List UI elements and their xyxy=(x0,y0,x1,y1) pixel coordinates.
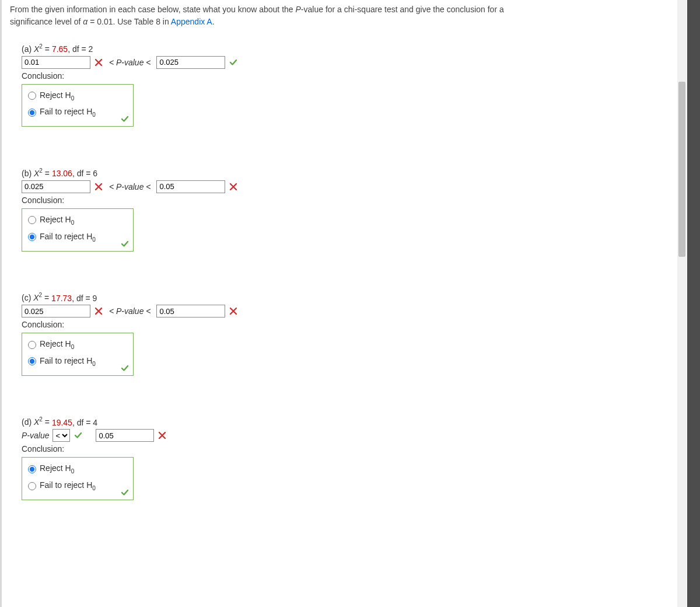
fail-reject-option[interactable]: Fail to reject H0 xyxy=(28,356,127,367)
fail-reject-option[interactable]: Fail to reject H0 xyxy=(28,107,127,118)
check-icon xyxy=(229,58,238,67)
part-a-pvalue-row: < P-value < xyxy=(22,56,664,69)
part-a-conclusion-box: Reject H0 Fail to reject H0 xyxy=(22,84,134,127)
intro-P: P xyxy=(296,5,301,14)
reject-option[interactable]: Reject H0 xyxy=(28,463,127,475)
part-d-title: (d) X2 = 19.45, df = 4 xyxy=(22,417,664,427)
conclusion-label: Conclusion: xyxy=(22,196,664,205)
fail-reject-label: Fail to reject H0 xyxy=(40,107,96,118)
df-text: , df = 9 xyxy=(72,293,97,302)
conclusion-label: Conclusion: xyxy=(22,320,664,329)
check-icon xyxy=(120,114,130,124)
reject-radio[interactable] xyxy=(28,341,36,349)
part-c-conclusion-box: Reject H0 Fail to reject H0 xyxy=(22,333,134,376)
reject-option[interactable]: Reject H0 xyxy=(28,90,127,102)
reject-option[interactable]: Reject H0 xyxy=(28,215,127,226)
scrollbar-track[interactable] xyxy=(677,0,687,607)
reject-label: Reject H0 xyxy=(40,215,74,226)
fail-reject-radio[interactable] xyxy=(28,357,36,365)
part-c-title: (c) X2 = 17.73, df = 9 xyxy=(22,292,664,303)
fail-reject-label: Fail to reject H0 xyxy=(40,356,96,367)
fail-reject-radio[interactable] xyxy=(28,233,36,241)
pvalue-prefix-text: P-value xyxy=(22,431,49,440)
part-d: (d) X2 = 19.45, df = 4 P-value < Conclus… xyxy=(22,417,664,500)
reject-label: Reject H0 xyxy=(40,463,74,475)
question-intro: From the given information in each case … xyxy=(10,4,664,28)
fail-reject-label: Fail to reject H0 xyxy=(40,480,96,491)
part-label: (d) X2 = xyxy=(22,417,52,427)
conclusion-label: Conclusion: xyxy=(22,71,664,81)
pvalue-value-input[interactable] xyxy=(96,429,154,442)
fail-reject-option[interactable]: Fail to reject H0 xyxy=(28,232,127,243)
part-label: (b) X2 = xyxy=(22,169,52,178)
pvalue-high-input[interactable] xyxy=(156,180,225,193)
reject-radio[interactable] xyxy=(28,465,36,473)
check-icon xyxy=(120,488,130,497)
x-icon xyxy=(229,182,238,191)
reject-label: Reject H0 xyxy=(40,339,74,350)
chi-stat: 13.06 xyxy=(52,169,72,178)
fail-reject-label: Fail to reject H0 xyxy=(40,232,96,243)
check-icon xyxy=(120,364,130,373)
pvalue-low-input[interactable] xyxy=(22,305,90,318)
part-c: (c) X2 = 17.73, df = 9 < P-value < Concl… xyxy=(22,292,664,376)
pvalue-high-input[interactable] xyxy=(156,305,225,318)
x-icon xyxy=(94,58,103,67)
scrollbar-thumb[interactable] xyxy=(678,82,685,257)
pvalue-low-input[interactable] xyxy=(22,56,90,69)
part-b: (b) X2 = 13.06, df = 6 < P-value < Concl… xyxy=(22,168,664,251)
part-c-pvalue-row: < P-value < xyxy=(22,305,664,318)
intro-text: From the given information in each case … xyxy=(10,5,296,14)
reject-label: Reject H0 xyxy=(40,90,74,102)
part-d-conclusion-box: Reject H0 Fail to reject H0 xyxy=(22,457,134,500)
intro-text: . xyxy=(212,17,215,26)
df-text: , df = 6 xyxy=(72,169,97,178)
part-d-pvalue-row: P-value < xyxy=(22,429,664,442)
x-icon xyxy=(229,306,238,316)
pvalue-relation-select[interactable]: < xyxy=(52,429,70,442)
conclusion-label: Conclusion: xyxy=(22,444,664,453)
page-right-edge xyxy=(687,0,700,607)
fail-reject-radio[interactable] xyxy=(28,482,36,490)
pvalue-high-input[interactable] xyxy=(156,56,225,69)
chi-stat: 19.45 xyxy=(52,417,72,427)
x-icon xyxy=(94,182,103,191)
check-icon xyxy=(74,431,83,440)
intro-text: significance level of xyxy=(10,17,83,26)
chi-stat: 17.73 xyxy=(51,293,72,302)
reject-radio[interactable] xyxy=(28,92,36,100)
pvalue-middle-text: < P-value < xyxy=(107,306,153,316)
pvalue-middle-text: < P-value < xyxy=(107,182,153,191)
intro-text: = 0.01. Use Table 8 in xyxy=(88,17,171,26)
x-icon xyxy=(158,431,167,440)
x-icon xyxy=(94,306,103,316)
appendix-link[interactable]: Appendix A xyxy=(171,17,212,26)
reject-radio[interactable] xyxy=(28,216,36,224)
part-a: (a) X2 = 7.65, df = 2 < P-value < Conclu… xyxy=(22,43,664,127)
df-text: , df = 2 xyxy=(68,44,93,54)
question-content: From the given information in each case … xyxy=(0,0,676,607)
intro-text: -value for a chi-square test and give th… xyxy=(301,5,504,14)
part-b-pvalue-row: < P-value < xyxy=(22,180,664,193)
pvalue-low-input[interactable] xyxy=(22,180,90,193)
part-a-title: (a) X2 = 7.65, df = 2 xyxy=(22,43,664,54)
reject-option[interactable]: Reject H0 xyxy=(28,339,127,350)
pvalue-middle-text: < P-value < xyxy=(107,58,153,67)
chi-stat: 7.65 xyxy=(52,44,68,54)
part-b-conclusion-box: Reject H0 Fail to reject H0 xyxy=(22,208,134,252)
part-label: (a) X2 = xyxy=(22,44,52,54)
check-icon xyxy=(120,239,130,249)
fail-reject-option[interactable]: Fail to reject H0 xyxy=(28,480,127,491)
part-b-title: (b) X2 = 13.06, df = 6 xyxy=(22,168,664,178)
fail-reject-radio[interactable] xyxy=(28,109,36,117)
df-text: , df = 4 xyxy=(72,417,97,427)
part-label: (c) X2 = xyxy=(22,293,51,302)
